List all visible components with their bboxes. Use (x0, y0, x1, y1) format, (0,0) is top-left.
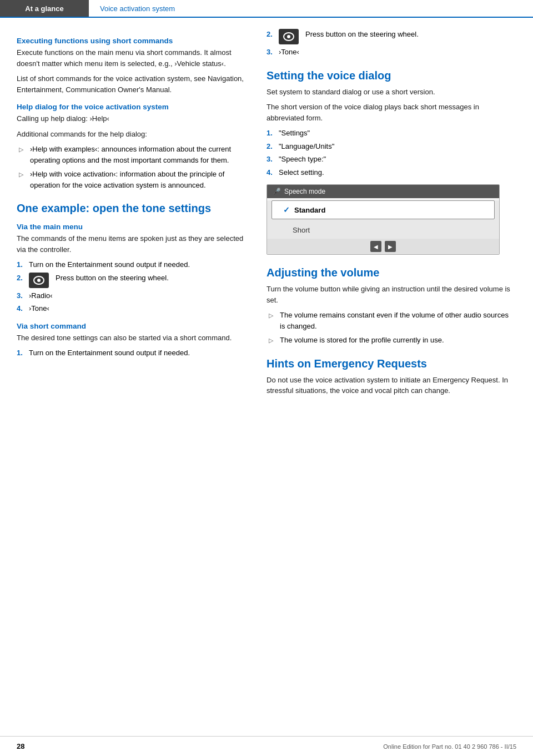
speech-mode-items: ✓ Standard Short (267, 200, 499, 239)
speech-mode-item-standard[interactable]: ✓ Standard (271, 200, 495, 219)
checkmark-icon: ✓ (283, 205, 290, 214)
header-right-label: Voice activation system (100, 4, 175, 13)
step-3-num: 3. (17, 290, 26, 301)
bullet-arrow-icon-1: ▷ (19, 145, 26, 165)
step-1-num: 1. (17, 259, 26, 270)
step-2-content: Press button on the steering wheel. (29, 273, 169, 288)
nav-left-arrow[interactable]: ◀ (370, 241, 381, 252)
speech-mode-short-label: Short (293, 226, 310, 234)
header-section-left: At a glance (0, 0, 89, 17)
vd-step-2-num: 2. (266, 141, 275, 152)
voice-dialog-steps: 1. "Settings" 2. "Language/Units" 3. "Sp… (266, 128, 511, 178)
volume-bullet-text-2: The volume is stored for the profile cur… (280, 335, 444, 346)
via-main-menu-steps: 1. Turn on the Entertainment sound outpu… (17, 259, 244, 314)
vd-step-3-num: 3. (266, 154, 275, 165)
short-step-3: 3. ›Tone‹ (266, 47, 511, 58)
bullet-text-2: ›Help with voice activation‹: informatio… (30, 169, 244, 190)
short-step-2: 2. Press button on the steering wheel. (266, 29, 511, 44)
section-help-heading: Help dialog for the voice activation sys… (17, 103, 244, 111)
step-4-num: 4. (17, 303, 26, 314)
short-step-1-num: 1. (17, 347, 26, 359)
via-main-menu-heading: Via the main menu (17, 223, 244, 231)
section-executing-heading: Executing functions using short commands (17, 37, 244, 45)
step-1: 1. Turn on the Entertainment sound outpu… (17, 259, 244, 270)
page-number: 28 (17, 742, 24, 750)
main-content: Executing functions using short commands… (0, 18, 533, 401)
vd-step-1: 1. "Settings" (266, 128, 511, 139)
page-header: At a glance Voice activation system (0, 0, 533, 18)
speech-mode-standard-label: Standard (294, 206, 325, 214)
section-example: One example: open the tone settings Via … (17, 201, 244, 359)
step-2: 2. Press button on the steering wheel. (17, 273, 244, 288)
voice-dialog-heading: Setting the voice dialog (266, 69, 511, 82)
vd-step-2-text: "Language/Units" (279, 141, 334, 152)
step-2-num: 2. (17, 273, 26, 288)
section-executing-para1: Execute functions on the main menu via s… (17, 47, 244, 69)
speech-mode-title: Speech mode (284, 188, 325, 195)
volume-bullet-1: ▷ The volume remains constant even if th… (266, 310, 511, 331)
volume-bullets: ▷ The volume remains constant even if th… (266, 310, 511, 346)
nav-right-arrow[interactable]: ▶ (385, 241, 396, 252)
section-help-dialog: Help dialog for the voice activation sys… (17, 103, 244, 190)
step-2-text: Press button on the steering wheel. (56, 273, 169, 284)
speech-mode-icon: 🎤 (273, 188, 281, 195)
vd-step-3-text: "Speech type:" (279, 154, 326, 165)
volume-bullet-text-1: The volume remains constant even if the … (280, 310, 511, 331)
section-via-main-menu: Via the main menu The commands of the me… (17, 223, 244, 314)
help-bullets: ▷ ›Help with examples‹: announces inform… (17, 144, 244, 190)
short-step-2-num: 2. (266, 29, 275, 44)
speech-mode-title-bar: 🎤 Speech mode (267, 185, 499, 198)
short-step-3-text: ›Tone‹ (279, 47, 299, 58)
adjusting-volume-heading: Adjusting the volume (266, 266, 511, 279)
short-step-2-content: Press button on the steering wheel. (279, 29, 419, 44)
section-short-command-continued: 2. Press button on the steering wheel. 3… (266, 29, 511, 58)
bullet-item-1: ▷ ›Help with examples‹: announces inform… (17, 144, 244, 165)
steering-wheel-icon-1 (29, 273, 49, 288)
section-via-short-command: Via short command The desired tone setti… (17, 322, 244, 359)
emergency-para1: Do not use the voice activation system t… (266, 375, 511, 396)
step-4: 4. ›Tone‹ (17, 303, 244, 314)
emergency-heading: Hints on Emergency Requests (266, 357, 511, 370)
right-column: 2. Press button on the steering wheel. 3… (255, 29, 522, 401)
short-step-1: 1. Turn on the Entertainment sound outpu… (17, 347, 244, 359)
bullet-arrow-icon-2: ▷ (19, 170, 26, 190)
short-step-2-text: Press button on the steering wheel. (305, 29, 419, 40)
left-column: Executing functions using short commands… (0, 29, 255, 401)
short-command-continued-steps: 2. Press button on the steering wheel. 3… (266, 29, 511, 58)
header-section-right: Voice activation system (89, 0, 533, 17)
section-executing-para2: List of short commands for the voice act… (17, 73, 244, 95)
speech-mode-nav: ◀ ▶ (267, 239, 499, 254)
section-help-para2: Additional commands for the help dialog: (17, 129, 244, 140)
voice-dialog-para1: Set system to standard dialog or use a s… (266, 87, 511, 98)
section-executing-functions: Executing functions using short commands… (17, 37, 244, 95)
section-help-para1: Calling up help dialog: ›Help‹ (17, 113, 244, 124)
bullet-text-1: ›Help with examples‹: announces informat… (30, 144, 244, 165)
section-voice-dialog: Setting the voice dialog Set system to s… (266, 69, 511, 255)
steering-wheel-icon-2 (279, 29, 299, 44)
speech-mode-nav-inner: ◀ ▶ (370, 241, 396, 252)
vd-step-2: 2. "Language/Units" (266, 141, 511, 152)
vd-step-4-text: Select setting. (279, 167, 324, 178)
adjusting-volume-para1: Turn the volume button while giving an i… (266, 284, 511, 305)
vd-step-1-text: "Settings" (279, 128, 310, 139)
bullet-item-2: ▷ ›Help with voice activation‹: informat… (17, 169, 244, 190)
vd-step-4: 4. Select setting. (266, 167, 511, 178)
step-1-text: Turn on the Entertainment sound output i… (29, 259, 190, 270)
vd-step-3: 3. "Speech type:" (266, 154, 511, 165)
via-short-command-heading: Via short command (17, 322, 244, 330)
short-step-3-num: 3. (266, 47, 275, 58)
section-adjusting-volume: Adjusting the volume Turn the volume but… (266, 266, 511, 346)
via-short-command-steps: 1. Turn on the Entertainment sound outpu… (17, 347, 244, 359)
speech-mode-item-short[interactable]: Short (267, 221, 499, 239)
header-left-label: At a glance (25, 4, 63, 13)
section-emergency-requests: Hints on Emergency Requests Do not use t… (266, 357, 511, 396)
volume-bullet-arrow-2: ▷ (269, 336, 275, 346)
step-4-text: ›Tone‹ (29, 303, 49, 314)
vd-step-4-num: 4. (266, 167, 275, 178)
short-step-1-text: Turn on the Entertainment sound output i… (29, 347, 190, 359)
step-3-text: ›Radio‹ (29, 290, 53, 301)
vd-step-1-num: 1. (266, 128, 275, 139)
speech-mode-screenshot: 🎤 Speech mode ✓ Standard Short ◀ ▶ (266, 184, 500, 255)
voice-dialog-para2: The short version of the voice dialog pl… (266, 102, 511, 123)
footer-info-text: Online Edition for Part no. 01 40 2 960 … (383, 743, 516, 750)
